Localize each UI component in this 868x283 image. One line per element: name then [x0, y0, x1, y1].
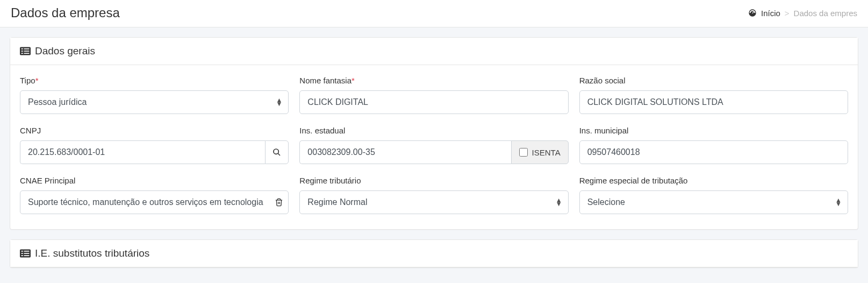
razao-social-input[interactable]	[579, 90, 848, 114]
regime-tributario-select[interactable]	[299, 190, 568, 214]
isenta-addon: ISENTA	[511, 140, 569, 164]
svg-rect-5	[21, 53, 23, 54]
label-regime-especial: Regime especial de tributação	[579, 176, 848, 185]
label-regime-tributario: Regime tributário	[299, 176, 568, 185]
breadcrumb-home[interactable]: Início	[761, 9, 780, 18]
svg-rect-16	[21, 255, 23, 256]
isenta-label: ISENTA	[532, 148, 561, 157]
label-cnae: CNAE Principal	[20, 176, 289, 185]
svg-rect-13	[24, 251, 30, 252]
svg-rect-14	[21, 253, 23, 254]
cnpj-input[interactable]	[20, 140, 265, 164]
panel-header-ie-substitutos: I.E. substitutos tributários	[10, 240, 858, 267]
label-ins-municipal: Ins. municipal	[579, 126, 848, 135]
svg-rect-12	[21, 251, 23, 252]
isenta-checkbox[interactable]	[519, 148, 528, 157]
page-title: Dados da empresa	[11, 5, 120, 20]
panel-title: I.E. substitutos tributários	[35, 247, 149, 259]
breadcrumb-separator: >	[785, 9, 790, 18]
ins-estadual-input[interactable]	[299, 140, 511, 164]
label-cnpj: CNPJ	[20, 126, 289, 135]
panel-title: Dados gerais	[35, 45, 95, 57]
label-ins-estadual: Ins. estadual	[299, 126, 568, 135]
page-header: Dados da empresa Início > Dados da empre…	[0, 0, 868, 27]
svg-point-7	[274, 149, 278, 154]
svg-rect-1	[21, 48, 23, 49]
cnpj-search-button[interactable]	[265, 140, 289, 164]
svg-rect-6	[24, 53, 30, 54]
svg-rect-4	[24, 51, 30, 52]
svg-rect-15	[24, 253, 30, 254]
panel-ie-substitutos: I.E. substitutos tributários	[10, 239, 858, 268]
panel-header-dados-gerais: Dados gerais	[10, 38, 858, 65]
svg-line-8	[278, 153, 280, 155]
breadcrumb-current: Dados da empres	[794, 9, 857, 18]
tipo-select[interactable]	[20, 90, 289, 114]
label-razao-social: Razão social	[579, 76, 848, 85]
svg-rect-2	[24, 48, 30, 49]
label-tipo: Tipo*	[20, 76, 289, 85]
dashboard-icon	[748, 9, 757, 17]
cnae-input[interactable]	[20, 190, 289, 214]
ins-municipal-input[interactable]	[579, 140, 848, 164]
list-icon	[20, 249, 31, 258]
breadcrumb: Início > Dados da empres	[748, 9, 857, 18]
nome-fantasia-input[interactable]	[299, 90, 568, 114]
regime-especial-select[interactable]	[579, 190, 848, 214]
svg-rect-17	[24, 255, 30, 256]
cnae-delete-button[interactable]	[275, 197, 283, 207]
svg-rect-3	[21, 51, 23, 52]
search-icon	[272, 148, 281, 157]
panel-dados-gerais: Dados gerais Tipo* ▲▼ Nome fantasia* Raz…	[10, 37, 858, 230]
list-icon	[20, 47, 31, 55]
label-nome-fantasia: Nome fantasia*	[299, 76, 568, 85]
trash-icon	[275, 197, 283, 207]
